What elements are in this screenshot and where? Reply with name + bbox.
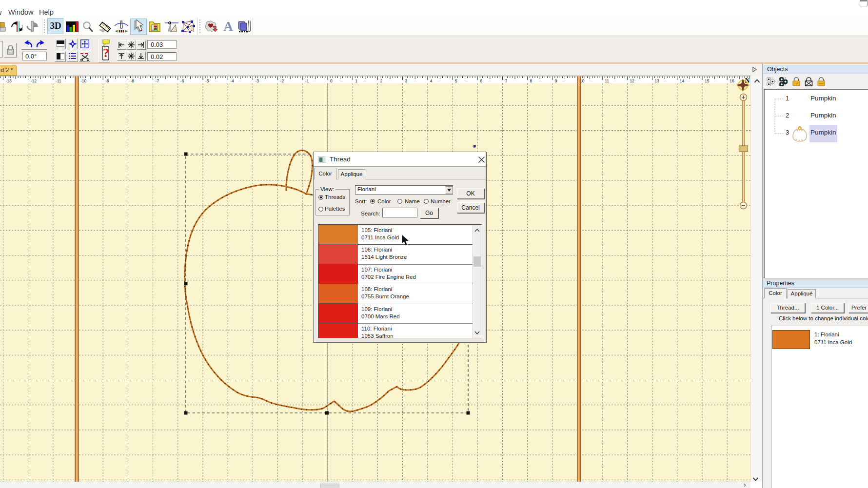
- svg-text:?: ?: [103, 46, 109, 60]
- svg-text:4: 4: [430, 78, 433, 83]
- svg-text:1: 1: [355, 78, 357, 83]
- svg-text:3: 3: [405, 78, 408, 83]
- svg-text:12: 12: [630, 78, 634, 83]
- svg-text:-8: -8: [130, 78, 134, 83]
- svg-text:-6: -6: [180, 78, 184, 83]
- svg-text:-5: -5: [205, 78, 209, 83]
- svg-text:-11: -11: [56, 78, 61, 83]
- svg-text:-3: -3: [255, 78, 259, 83]
- svg-text:5: 5: [455, 78, 457, 83]
- svg-text:-1: -1: [305, 78, 309, 83]
- svg-text:-4: -4: [230, 78, 234, 83]
- svg-text:15: 15: [705, 78, 710, 83]
- svg-text:14: 14: [680, 78, 685, 83]
- svg-text:6: 6: [480, 78, 482, 83]
- svg-text:-13: -13: [5, 78, 12, 83]
- svg-text:11: 11: [605, 78, 609, 83]
- svg-text:8: 8: [530, 78, 533, 83]
- svg-text:13: 13: [655, 78, 660, 83]
- svg-text:-9: -9: [105, 78, 109, 83]
- svg-text:-10: -10: [80, 78, 87, 83]
- svg-text:9: 9: [555, 78, 557, 83]
- svg-text:-12: -12: [31, 78, 37, 83]
- svg-text:-7: -7: [156, 78, 159, 83]
- svg-text:7: 7: [505, 78, 507, 83]
- svg-text:0: 0: [330, 78, 333, 83]
- svg-text:N: N: [745, 77, 750, 84]
- svg-text:16: 16: [730, 78, 734, 83]
- svg-text:2: 2: [380, 78, 382, 83]
- svg-text:-2: -2: [280, 78, 284, 83]
